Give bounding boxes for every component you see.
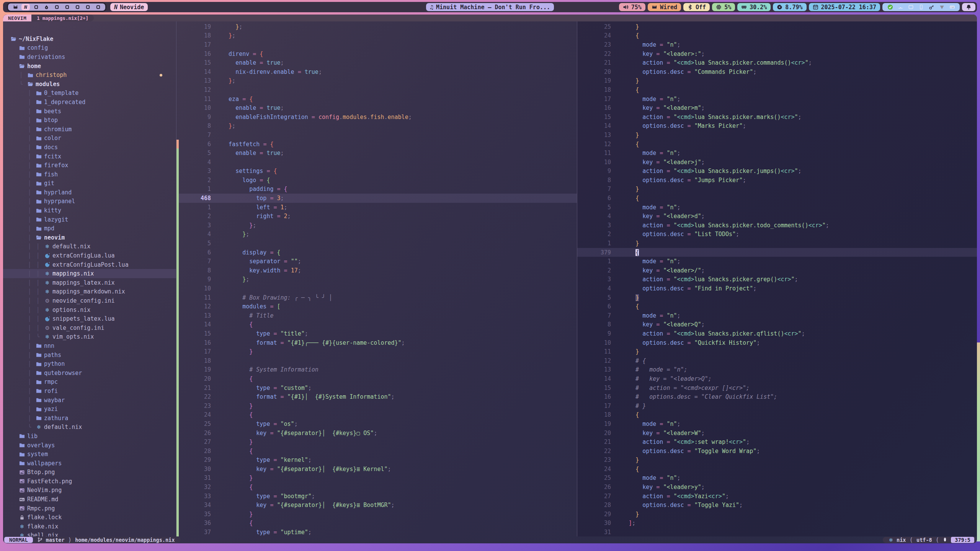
- code-line[interactable]: 14 # key = "<leader>Q";: [577, 374, 977, 383]
- tree-item-rmpc[interactable]: │rmpc: [3, 378, 176, 387]
- code-line[interactable]: 11 mode = "n";: [577, 148, 977, 158]
- code-line[interactable]: 6 {: [577, 302, 977, 311]
- tray-mustache-icon[interactable]: [897, 4, 904, 10]
- tree-item-overlays[interactable]: overlays: [3, 441, 176, 450]
- code-line[interactable]: 25 type = "os";: [176, 419, 577, 429]
- code-line[interactable]: 7 separator = "";: [176, 257, 577, 266]
- tree-item-vim_opts.nix[interactable]: │╰❄vim_opts.nix: [3, 333, 176, 342]
- tree-item-config[interactable]: config: [3, 44, 176, 53]
- tree-item-fcitx[interactable]: │fcitx: [3, 152, 176, 161]
- disk-module[interactable]: 8.79%: [773, 3, 806, 11]
- code-line[interactable]: 18 {: [577, 411, 977, 420]
- code-line[interactable]: 27 }: [176, 437, 577, 447]
- tree-item-derivations[interactable]: derivations: [3, 52, 176, 62]
- tree-item-default.nix[interactable]: ╰❄default.nix: [3, 423, 176, 432]
- tree-item-flake.lock[interactable]: flake.lock: [3, 513, 176, 522]
- volume-module[interactable]: 75%: [619, 3, 645, 11]
- code-line[interactable]: 30 ];: [577, 519, 977, 528]
- code-line[interactable]: 26 key = "{#separator}│ {#keys}▢ OS";: [176, 429, 577, 438]
- code-line[interactable]: 16 format = "{#1}╭─── {#}{user-name-colo…: [176, 338, 577, 347]
- tree-item-rofi[interactable]: │rofi: [3, 386, 176, 396]
- bluetooth-module[interactable]: Off: [683, 3, 710, 11]
- tree-item-hyprpanel[interactable]: │hyprpanel: [3, 197, 176, 206]
- code-line[interactable]: 23 mode = "n";: [577, 40, 977, 49]
- tree-item-Rmpc.png[interactable]: Rmpc.png: [3, 504, 176, 513]
- tray-vpn-icon[interactable]: [938, 4, 946, 10]
- tray-key-icon[interactable]: [928, 4, 935, 10]
- code-line[interactable]: 20 key = "<leader>W";: [577, 429, 977, 438]
- tree-item-flake.nix[interactable]: ❄flake.nix: [3, 522, 176, 531]
- music-player-module[interactable]: ♫ Minuit Machine – Don't Run Fro...: [426, 3, 554, 11]
- tree-item-fish[interactable]: │fish: [3, 170, 176, 179]
- workspace-4-flame-icon[interactable]: [42, 4, 51, 10]
- code-line[interactable]: 15 enable = true;: [176, 58, 577, 67]
- code-line[interactable]: 10: [176, 284, 577, 293]
- code-line[interactable]: 5 mode = "n";: [577, 203, 977, 212]
- code-line[interactable]: 1 padding = {: [176, 185, 577, 194]
- workspace-1-cat-icon[interactable]: [11, 4, 20, 10]
- tree-item-docs[interactable]: │docs: [3, 143, 176, 152]
- code-line[interactable]: 36 {: [176, 519, 577, 528]
- tree-item-FastFetch.png[interactable]: FastFetch.png: [3, 477, 176, 486]
- tree-item-color[interactable]: │color: [3, 134, 176, 143]
- code-line[interactable]: 17 mode = "n";: [577, 95, 977, 104]
- code-line[interactable]: 10 options.desc = "Quickfix History";: [577, 338, 977, 347]
- tree-item-mappings.nix[interactable]: ││❄mappings.nix: [3, 269, 176, 278]
- code-line[interactable]: 22 key = "<leader>:";: [577, 49, 977, 59]
- code-line[interactable]: 13 };: [176, 77, 577, 86]
- tray-check-icon[interactable]: [886, 4, 894, 10]
- tree-item-default.nix[interactable]: ││❄default.nix: [3, 242, 176, 251]
- tree-item-NixFlake[interactable]: ~/NixFlake: [3, 34, 176, 44]
- code-line[interactable]: 25 }: [577, 22, 977, 31]
- tree-item-python[interactable]: │python: [3, 359, 176, 368]
- tree-item-git[interactable]: │git: [3, 179, 176, 188]
- tree-item-mpd[interactable]: │mpd: [3, 224, 176, 233]
- code-line[interactable]: 4 options.desc = "Find in Project";: [577, 284, 977, 293]
- code-line[interactable]: 19 };: [176, 22, 577, 31]
- tree-item-lib[interactable]: lib: [3, 432, 176, 441]
- code-line[interactable]: 6 display = {: [176, 248, 577, 257]
- code-line[interactable]: 20 {: [176, 374, 577, 383]
- tree-item-README.md[interactable]: README.md: [3, 495, 176, 504]
- code-line[interactable]: 10 key = "<leader>j";: [577, 158, 977, 167]
- tree-item-yazi[interactable]: │yazi: [3, 404, 176, 414]
- code-line[interactable]: 18 {: [577, 85, 977, 95]
- code-line[interactable]: 25 mode = "n";: [577, 474, 977, 483]
- tree-item-extraConfigLua.lua[interactable]: ││extraConfigLua.lua: [3, 251, 176, 260]
- tray-phone-icon[interactable]: [917, 4, 925, 10]
- code-line[interactable]: 24 {: [577, 31, 977, 41]
- code-line[interactable]: 7: [176, 130, 577, 140]
- code-line[interactable]: 16 direnv = {: [176, 49, 577, 59]
- code-line[interactable]: 16 key = "<leader>m";: [577, 103, 977, 112]
- code-line[interactable]: 12 # {: [577, 356, 977, 365]
- code-line[interactable]: 14 {: [176, 320, 577, 329]
- workspace-8-square-icon[interactable]: [83, 4, 92, 10]
- code-line[interactable]: 2 logo = {: [176, 176, 577, 185]
- code-line[interactable]: 15 type = "title";: [176, 329, 577, 338]
- code-line[interactable]: 5 }: [577, 293, 977, 302]
- code-line[interactable]: 9 enableFishIntegration = config.modules…: [176, 112, 577, 122]
- code-line[interactable]: 31: [577, 528, 977, 536]
- code-line[interactable]: 30 key = "{#separator}│ {#keys}≣ Kernel"…: [176, 465, 577, 474]
- tree-item-kitty[interactable]: │kitty: [3, 206, 176, 215]
- tree-item-Btop.png[interactable]: Btop.png: [3, 468, 176, 477]
- tree-item-extraConfigLuaPost.lua[interactable]: ││extraConfigLuaPost.lua: [3, 260, 176, 269]
- code-line[interactable]: 35 }: [176, 510, 577, 519]
- editor-right-pane[interactable]: 25 }24 {23 mode = "n";22 key = "<leader>…: [577, 21, 977, 536]
- code-line[interactable]: 22 format = "{#1}│ {#}System Information…: [176, 392, 577, 401]
- notifications-module[interactable]: [962, 3, 975, 11]
- code-line[interactable]: 13 # mode = "n";: [577, 365, 977, 375]
- code-line[interactable]: 3 };: [176, 221, 577, 230]
- tray-keyboard-icon[interactable]: [948, 4, 956, 10]
- tree-item-shell.nix[interactable]: ❄shell.nix: [3, 531, 176, 536]
- tree-item-wallpapers[interactable]: wallpapers: [3, 459, 176, 468]
- workspace-5-square-icon[interactable]: [52, 4, 61, 10]
- code-line[interactable]: 17: [176, 40, 577, 49]
- code-line[interactable]: 468 top = 3;: [176, 194, 577, 203]
- memory-module[interactable]: 30.2%: [737, 3, 771, 11]
- code-line[interactable]: 14 options.desc = "Marks Picker";: [577, 122, 977, 131]
- window-title-module[interactable]: N Neovide: [110, 3, 148, 11]
- tree-item-neovide_config.ini[interactable]: ││⚙neovide_config.ini: [3, 296, 176, 305]
- workspace-9-square-icon[interactable]: [94, 4, 102, 10]
- code-line[interactable]: 4: [176, 158, 577, 167]
